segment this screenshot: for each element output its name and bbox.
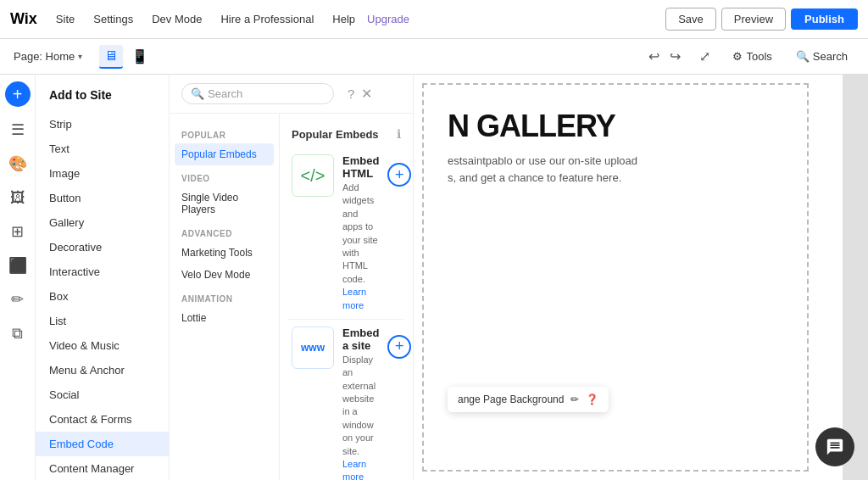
www-icon: www bbox=[301, 342, 325, 354]
embed-html-desc: Add widgets and apps to your site with H… bbox=[342, 181, 379, 312]
tools-icon: ⚙ bbox=[732, 50, 743, 63]
fit-button[interactable]: ⤢ bbox=[694, 47, 715, 66]
cat-section-animation: ANIMATION bbox=[170, 286, 279, 307]
edit-icon[interactable]: ✏ bbox=[570, 393, 579, 405]
tools-button[interactable]: ⚙ Tools bbox=[726, 47, 778, 66]
sidebar-item-box[interactable]: Box bbox=[36, 284, 169, 309]
sidebar-item-embed[interactable]: Embed Code bbox=[36, 432, 169, 456]
nav-devmode[interactable]: Dev Mode bbox=[145, 9, 209, 29]
iconbar-apps[interactable]: ⬛ bbox=[2, 249, 34, 282]
page-selector[interactable]: Page: Home ▾ bbox=[14, 50, 82, 63]
panel-title: Add to Site bbox=[36, 85, 169, 112]
iconbar-media[interactable]: 🖼 bbox=[2, 181, 34, 214]
sidebar-item-button[interactable]: Button bbox=[36, 186, 169, 210]
embed-site-desc: Display an external website in a window … bbox=[342, 354, 379, 480]
gallery-text-2: s, and get a chance to feature here. bbox=[414, 170, 843, 187]
sidebar-item-contact[interactable]: Contact & Forms bbox=[36, 407, 169, 432]
embed-site-info: Embed a site Display an external website… bbox=[342, 327, 379, 480]
add-panel: 🔍 Search ? ✕ POPULAR Popular Embeds VIDE… bbox=[170, 75, 414, 480]
page-bg-label: ange Page Background bbox=[458, 392, 564, 407]
iconbar-design[interactable]: 🎨 bbox=[2, 148, 34, 180]
embed-html-icon: </> bbox=[292, 154, 334, 197]
save-button[interactable]: Save bbox=[665, 8, 716, 31]
canvas: N GALLERY estsaintpablo or use our on-si… bbox=[414, 75, 868, 480]
sidebar-panel: Add to Site Strip Text Image Button Gall… bbox=[36, 75, 170, 480]
chat-icon bbox=[826, 438, 844, 456]
cat-item-velo[interactable]: Velo Dev Mode bbox=[170, 264, 279, 286]
close-icon[interactable]: ✕ bbox=[361, 86, 372, 102]
publish-button[interactable]: Publish bbox=[791, 8, 858, 30]
pages-icon: ☰ bbox=[11, 120, 25, 139]
cat-item-lottie[interactable]: Lottie bbox=[170, 307, 279, 329]
embed-html-learn-more[interactable]: Learn more bbox=[342, 287, 366, 310]
wix-logo: Wix bbox=[10, 10, 37, 28]
topbar: Wix Site Settings Dev Mode Hire a Profes… bbox=[0, 0, 868, 39]
gallery-title: N GALLERY bbox=[414, 75, 843, 153]
nav-settings[interactable]: Settings bbox=[86, 9, 140, 29]
add-panel-search[interactable]: 🔍 Search bbox=[181, 83, 334, 104]
sidebar-item-interactive[interactable]: Interactive bbox=[36, 260, 169, 284]
sidebar-item-text[interactable]: Text bbox=[36, 137, 169, 161]
iconbar-pages[interactable]: ☰ bbox=[2, 114, 34, 146]
embed-site-learn-more[interactable]: Learn more bbox=[342, 459, 366, 480]
sidebar-item-gallery[interactable]: Gallery bbox=[36, 210, 169, 235]
add-element-button[interactable]: + bbox=[5, 81, 31, 107]
iconbar-sections[interactable]: ⊞ bbox=[2, 215, 34, 248]
tools-label: Tools bbox=[746, 50, 771, 63]
sidebar-item-menu[interactable]: Menu & Anchor bbox=[36, 358, 169, 382]
help-circle-icon[interactable]: ❓ bbox=[586, 393, 598, 405]
sidebar-item-decorative[interactable]: Decorative bbox=[36, 235, 169, 260]
iconbar-blog[interactable]: ✏ bbox=[2, 283, 34, 315]
chevron-down-icon: ▾ bbox=[78, 52, 82, 61]
cat-item-single-video[interactable]: Single Video Players bbox=[170, 187, 279, 220]
section-title-embeds: Popular Embeds bbox=[292, 128, 379, 141]
categories-list: POPULAR Popular Embeds VIDEO Single Vide… bbox=[170, 114, 280, 480]
sidebar-item-social[interactable]: Social bbox=[36, 382, 169, 407]
upgrade-link[interactable]: Upgrade bbox=[367, 13, 409, 25]
cat-item-popular-embeds[interactable]: Popular Embeds bbox=[175, 143, 274, 165]
mobile-device-icon[interactable]: 📱 bbox=[126, 45, 153, 69]
sidebar-item-list[interactable]: List bbox=[36, 309, 169, 333]
nav-hire[interactable]: Hire a Professional bbox=[214, 9, 320, 29]
page-label: Page: Home bbox=[14, 50, 75, 63]
sidebar-item-content[interactable]: Content Manager bbox=[36, 456, 169, 480]
add-panel-header: 🔍 Search ? ✕ bbox=[170, 75, 413, 114]
iconbar: + ☰ 🎨 🖼 ⊞ ⬛ ✏ ⧉ bbox=[0, 75, 36, 480]
undo-button[interactable]: ↩ bbox=[645, 47, 663, 66]
embed-site-name: Embed a site bbox=[342, 327, 379, 352]
gallery-text-1: estsaintpablo or use our on-site upload bbox=[414, 153, 843, 170]
page-background-bar: ange Page Background ✏ ❓ bbox=[448, 387, 609, 412]
sidebar-item-image[interactable]: Image bbox=[36, 161, 169, 186]
blog-icon: ✏ bbox=[11, 290, 24, 309]
sidebar-item-video[interactable]: Video & Music bbox=[36, 333, 169, 358]
html-code-icon: </> bbox=[301, 166, 326, 186]
redo-button[interactable]: ↪ bbox=[666, 47, 684, 66]
embed-html-info: Embed HTML Add widgets and apps to your … bbox=[342, 154, 379, 312]
nav-help[interactable]: Help bbox=[326, 9, 362, 29]
embed-site-icon: www bbox=[292, 327, 334, 369]
cat-item-marketing[interactable]: Marketing Tools bbox=[170, 242, 279, 264]
preview-button[interactable]: Preview bbox=[721, 8, 786, 31]
section-heading-embeds: Popular Embeds ℹ bbox=[288, 122, 404, 148]
search-button[interactable]: 🔍 Search bbox=[789, 47, 854, 66]
chat-bubble-button[interactable] bbox=[815, 427, 854, 466]
desktop-device-icon[interactable]: 🖥 bbox=[99, 45, 123, 69]
add-panel-content: POPULAR Popular Embeds VIDEO Single Vide… bbox=[170, 114, 413, 480]
embed-site-add-button[interactable]: + bbox=[387, 335, 411, 359]
search-icon: 🔍 bbox=[191, 87, 204, 100]
apps-icon: ⬛ bbox=[8, 256, 27, 275]
embed-html-add-button[interactable]: + bbox=[387, 163, 411, 187]
info-icon[interactable]: ℹ bbox=[397, 127, 401, 141]
scrollbar-right[interactable] bbox=[843, 75, 868, 480]
nav-site[interactable]: Site bbox=[49, 9, 81, 29]
layers-icon: ⧉ bbox=[12, 325, 23, 343]
cat-section-advanced: ADVANCED bbox=[170, 220, 279, 242]
embed-item-site: www Embed a site Display an external web… bbox=[288, 320, 404, 480]
canvas-content: N GALLERY estsaintpablo or use our on-si… bbox=[414, 75, 843, 480]
embed-item-html: </> Embed HTML Add widgets and apps to y… bbox=[288, 148, 404, 320]
sidebar-item-strip[interactable]: Strip bbox=[36, 112, 169, 137]
search-label: Search bbox=[813, 50, 848, 63]
iconbar-layers[interactable]: ⧉ bbox=[2, 317, 34, 349]
design-icon: 🎨 bbox=[8, 154, 27, 173]
help-icon[interactable]: ? bbox=[348, 87, 354, 101]
